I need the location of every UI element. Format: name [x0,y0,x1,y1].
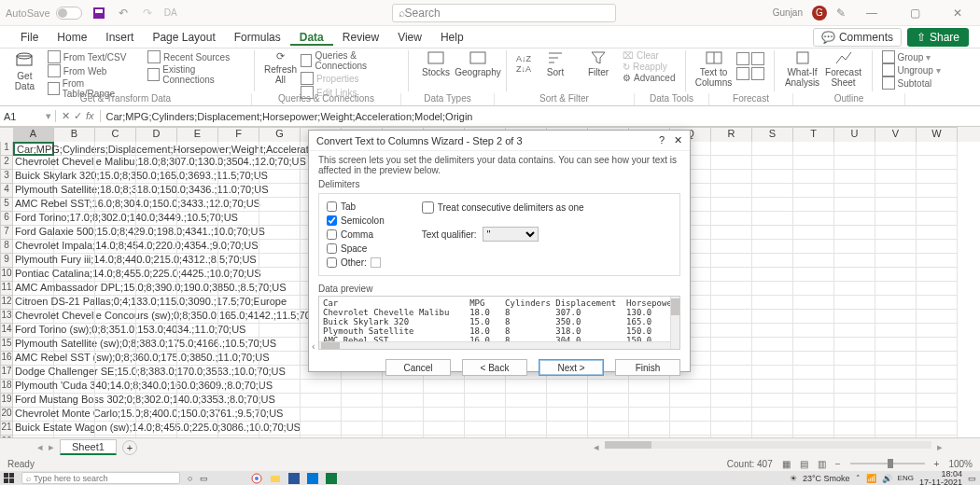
cell[interactable]: Ford Torino (sw);0;8;351.0;153.0;4034.;1… [13,324,54,338]
cell[interactable] [917,282,958,296]
cell[interactable] [834,282,875,296]
cell[interactable] [629,422,670,436]
group-button[interactable]: Group▾ [882,50,970,63]
cell[interactable] [793,282,834,296]
cell[interactable] [711,394,752,408]
cell[interactable] [465,380,506,394]
from-web-button[interactable]: From Web [48,64,133,77]
cell[interactable] [218,142,259,156]
cell[interactable]: Ford Torino;17.0;8;302.0;140.0;3449.;10.… [13,212,54,226]
cell[interactable] [793,184,834,198]
cell[interactable] [834,212,875,226]
cell[interactable] [54,254,95,268]
cell[interactable] [547,380,588,394]
cell[interactable] [752,282,793,296]
cell[interactable] [342,422,383,436]
cell[interactable] [54,422,95,436]
restore-button[interactable]: ▢ [898,7,931,20]
redo-icon[interactable]: ↷ [140,6,155,21]
cell[interactable] [752,338,793,352]
table-row[interactable]: 20Chevrolet Monte Carlo;15.0;8;400.0;150… [0,408,980,422]
cell[interactable] [136,212,177,226]
cell[interactable] [95,198,136,212]
cell[interactable] [834,240,875,254]
menu-page-layout[interactable]: Page Layout [143,31,224,44]
cell[interactable] [218,394,259,408]
row-header[interactable]: 16 [0,352,13,366]
from-text-csv-button[interactable]: From Text/CSV [48,50,133,63]
cell[interactable] [711,324,752,338]
cell[interactable] [711,408,752,422]
cell[interactable]: Ford Galaxie 500;15.0;8;429.0;198.0;4341… [13,226,54,240]
treat-consecutive-checkbox[interactable]: Treat consecutive delimiters as one [422,201,584,214]
cell[interactable] [506,394,547,408]
cell[interactable] [136,422,177,436]
cell[interactable] [218,240,259,254]
close-button[interactable]: ✕ [941,7,974,20]
row-header[interactable]: 15 [0,338,13,352]
cell[interactable] [793,422,834,436]
cell[interactable] [95,422,136,436]
cell[interactable] [711,366,752,380]
scrollbar-thumb[interactable] [605,441,651,449]
flash-fill-icon[interactable] [736,52,749,65]
help-button[interactable]: ? [659,134,665,146]
sound-icon[interactable]: 🔊 [882,474,892,483]
cell[interactable] [629,380,670,394]
cell[interactable] [875,142,917,156]
cell[interactable] [95,254,136,268]
notifications-icon[interactable]: ▭ [968,474,976,483]
cell[interactable] [834,142,875,156]
cell[interactable] [177,422,218,436]
cell[interactable] [136,254,177,268]
row-header[interactable]: 7 [0,226,13,240]
cell[interactable] [752,408,793,422]
cell[interactable] [917,380,958,394]
cell[interactable] [711,338,752,352]
cell[interactable] [95,226,136,240]
taskbar-search[interactable]: ⌕Type here to search [21,472,180,484]
cell[interactable] [670,408,711,422]
cell[interactable] [54,184,95,198]
reapply-button[interactable]: ↻Reapply [623,62,675,72]
cell[interactable] [136,268,177,282]
cell[interactable] [259,268,301,282]
table-row[interactable]: 19Ford Mustang Boss 302;0;8;302.0;140.0;… [0,394,980,408]
cell[interactable] [95,296,136,310]
cell[interactable] [54,282,95,296]
cell[interactable]: Plymouth 'Cuda 340;14.0;8;340.0;160.0;36… [13,380,54,394]
menu-help[interactable]: Help [431,31,473,44]
cell[interactable] [136,338,177,352]
cell[interactable] [54,380,95,394]
cell[interactable]: Car;MPG;Cylinders;Displacement;Horsepowe… [13,142,54,156]
add-sheet-button[interactable]: + [122,440,137,455]
h-scroll-right[interactable]: ▸ [937,441,943,453]
cell[interactable] [177,310,218,324]
cell[interactable] [875,366,917,380]
cell[interactable] [752,226,793,240]
row-header[interactable]: 3 [0,170,13,184]
cell[interactable] [342,408,383,422]
cell[interactable] [506,380,547,394]
cell[interactable] [136,296,177,310]
cell[interactable] [95,184,136,198]
cell[interactable] [834,352,875,366]
view-page-icon[interactable]: ▤ [800,459,808,469]
menu-data[interactable]: Data [290,31,333,46]
cell[interactable] [629,394,670,408]
cell[interactable] [875,198,917,212]
cell[interactable] [875,296,917,310]
zoom-out-button[interactable]: − [835,459,841,469]
menu-file[interactable]: File [11,31,48,44]
cell[interactable] [711,422,752,436]
cell[interactable] [793,380,834,394]
cell[interactable] [875,156,917,170]
cell[interactable] [752,380,793,394]
geography-button[interactable]: Geography [459,50,497,77]
cell[interactable] [424,422,465,436]
cell[interactable] [218,352,259,366]
cell[interactable]: Buick Skylark 320;15.0;8;350.0;165.0;369… [13,170,54,184]
cell[interactable] [752,184,793,198]
save-icon[interactable] [91,6,106,21]
cell[interactable] [711,240,752,254]
